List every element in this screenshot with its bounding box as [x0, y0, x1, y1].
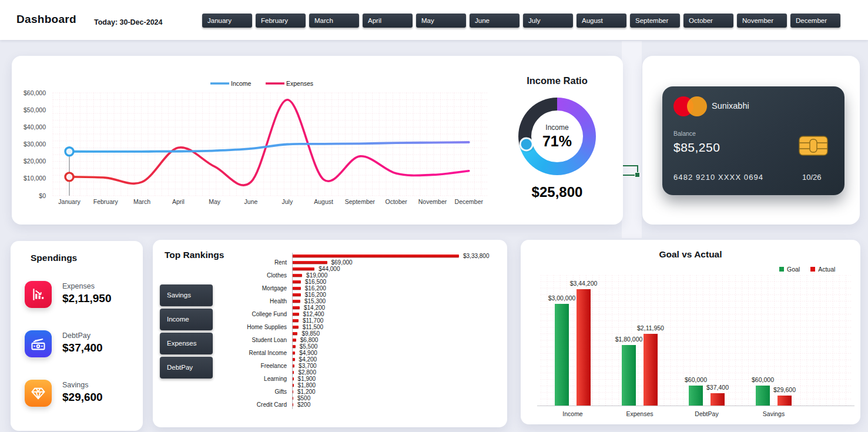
ranking-label: Health: [222, 298, 287, 304]
ranking-label: Rental Income: [222, 350, 287, 356]
ranking-value: $19,000: [306, 272, 327, 279]
mastercard-logo-icon: [673, 96, 710, 116]
income-ratio-section: Income Ratio Income 71% $25,800: [509, 56, 623, 225]
month-button-march[interactable]: March: [309, 14, 359, 28]
ranking-value: $3,700: [299, 363, 317, 369]
legend-label: Actual: [818, 266, 835, 273]
ranking-label: Learning: [222, 376, 287, 382]
trend-legend: IncomeExpenses: [210, 80, 313, 87]
svg-text:$20,000: $20,000: [24, 158, 46, 165]
ranking-bar: [293, 261, 327, 264]
goal-value-label: $60,000: [685, 376, 707, 383]
svg-text:$10,000: $10,000: [24, 175, 46, 182]
spending-item-value: $2,11,950: [62, 292, 111, 305]
income-ratio-donut: Income 71%: [518, 98, 596, 175]
actual-value-label: $37,400: [706, 384, 729, 391]
ranking-value: $1,800: [298, 382, 316, 389]
svg-text:November: November: [418, 198, 447, 205]
spending-item-label: Expenses: [62, 282, 95, 290]
goal-bar-expenses: [622, 345, 636, 406]
card-expiry: 10/26: [802, 173, 822, 182]
svg-text:$30,000: $30,000: [24, 140, 46, 148]
goal-chart-baseline: [537, 406, 854, 406]
credit-card-widget: Sunixabhi Balance $85,250 6482 9210 XXXX…: [662, 86, 844, 195]
ranking-label: Rent: [222, 259, 287, 266]
ranking-bar: [293, 287, 301, 290]
spending-item-label: DebtPay: [62, 331, 91, 340]
spending-item-value: $37,400: [62, 341, 103, 354]
ranking-bar: [293, 345, 296, 348]
ranking-bar: [293, 390, 293, 393]
ranking-value: $4,200: [299, 356, 317, 363]
ranking-value: $6,800: [300, 337, 319, 343]
ranking-label: Student Loan: [222, 337, 287, 343]
month-button-january[interactable]: January: [202, 14, 252, 28]
actual-bar-debtpay: [711, 393, 725, 406]
month-button-may[interactable]: May: [416, 14, 466, 28]
svg-text:May: May: [209, 198, 221, 205]
svg-text:$50,000: $50,000: [24, 106, 46, 113]
month-button-april[interactable]: April: [363, 14, 413, 28]
month-button-july[interactable]: July: [523, 14, 573, 28]
svg-text:September: September: [345, 198, 376, 205]
spending-item-value: $29,600: [62, 391, 103, 404]
expenses-chart-icon: [25, 281, 52, 308]
svg-text:$40,000: $40,000: [24, 123, 46, 130]
ranking-value: $500: [297, 395, 310, 401]
ranking-value: $11,500: [303, 324, 323, 330]
goal-category-label: Savings: [763, 410, 785, 417]
goal-value-label: $3,00,000: [548, 294, 576, 302]
page-title: Dashboard: [16, 13, 76, 26]
ranking-label: Clothes: [222, 272, 287, 279]
month-button-august[interactable]: August: [577, 14, 626, 28]
svg-text:August: August: [314, 198, 333, 205]
ranking-bar: [293, 267, 314, 270]
legend-swatch: [810, 267, 815, 272]
income-line: [69, 142, 469, 152]
actual-bar-savings: [777, 396, 792, 406]
ranking-value: $14,200: [304, 304, 325, 311]
ranking-bar: [293, 319, 299, 322]
month-button-june[interactable]: June: [470, 14, 520, 28]
income-start-marker: [65, 148, 73, 156]
month-button-october[interactable]: October: [683, 14, 733, 28]
rankings-filter-savings[interactable]: Savings: [160, 284, 213, 306]
ranking-bar: [293, 332, 297, 335]
month-button-row: JanuaryFebruaryMarchAprilMayJuneJulyAugu…: [202, 14, 840, 28]
ranking-bar: [293, 364, 294, 367]
svg-text:October: October: [386, 198, 408, 205]
month-button-december[interactable]: December: [790, 14, 840, 28]
mastercard-orange-circle: [687, 96, 707, 116]
ranking-bar: [293, 280, 301, 283]
ranking-value: $2,800: [298, 369, 316, 376]
ranking-value: $44,000: [319, 266, 340, 272]
month-button-september[interactable]: September: [630, 14, 680, 28]
today-date-label: Today: 30-Dec-2024: [94, 18, 163, 26]
goal-chart-legend: GoalActual: [779, 266, 835, 273]
ranking-label: College Fund: [222, 311, 287, 317]
legend-swatch: [779, 267, 784, 272]
debtpay-cash-icon: [25, 330, 52, 357]
goal-vs-actual-panel: Goal vs Actual GoalActual $3,00,000$3,44…: [521, 240, 860, 424]
ranking-bar: [293, 300, 300, 303]
balance-label: Balance: [673, 130, 696, 137]
balance-value: $85,250: [673, 140, 720, 155]
goal-category-label: Expenses: [626, 410, 653, 417]
svg-text:January: January: [58, 198, 81, 205]
ranking-value: $15,300: [304, 298, 326, 304]
month-button-november[interactable]: November: [737, 14, 787, 28]
legend-item-goal: Goal: [779, 266, 800, 273]
rankings-filter-expenses[interactable]: Expenses: [160, 333, 213, 354]
worksheet-strip: [622, 41, 642, 238]
donut-center: Income 71%: [531, 110, 583, 162]
spendings-title: Spendings: [31, 253, 77, 263]
ranking-bar: [293, 397, 293, 400]
rankings-filter-debtpay[interactable]: DebtPay: [160, 357, 213, 379]
ranking-value: $16,200: [305, 285, 326, 292]
svg-text:December: December: [455, 198, 484, 205]
dashboard-page: Dashboard Today: 30-Dec-2024 JanuaryFebr…: [0, 0, 868, 432]
month-button-february[interactable]: February: [256, 14, 306, 28]
svg-text:July: July: [281, 198, 293, 205]
goal-bar-income: [555, 304, 569, 406]
rankings-filter-income[interactable]: Income: [160, 309, 213, 330]
